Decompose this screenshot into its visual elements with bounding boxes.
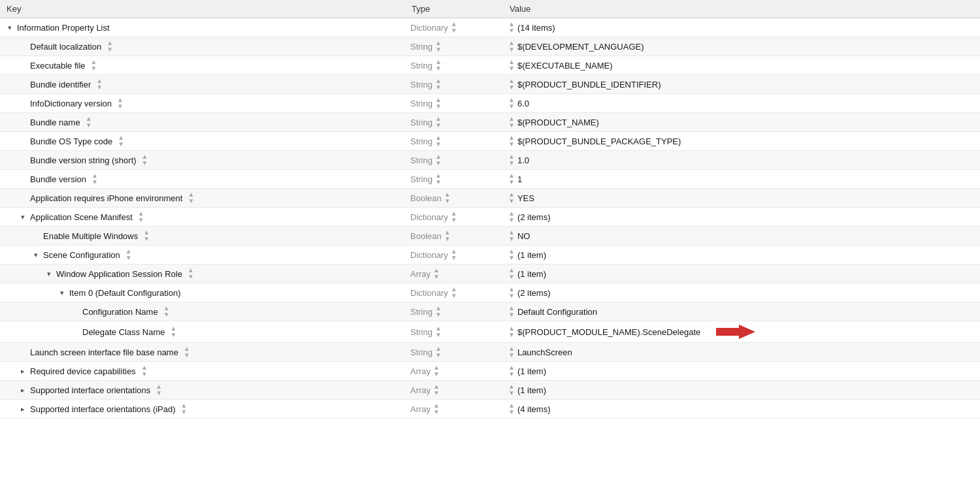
value-stepper[interactable]: ▲▼ bbox=[508, 402, 515, 415]
value-cell-bundle-version: ▲▼1 bbox=[503, 170, 980, 189]
value-stepper[interactable]: ▲▼ bbox=[508, 172, 515, 185]
type-stepper[interactable]: ▲▼ bbox=[451, 210, 457, 223]
key-cell-supported-interface-orientations: ▸Supported interface orientations▲▼ bbox=[0, 381, 405, 400]
type-stepper[interactable]: ▲▼ bbox=[444, 229, 451, 242]
toggle-icon[interactable]: ▾ bbox=[31, 251, 41, 259]
key-stepper[interactable]: ▲▼ bbox=[86, 116, 92, 129]
type-stepper[interactable]: ▲▼ bbox=[444, 191, 451, 204]
value-stepper[interactable]: ▲▼ bbox=[508, 346, 515, 359]
value-stepper[interactable]: ▲▼ bbox=[508, 286, 515, 299]
column-header-type: Type bbox=[405, 0, 503, 18]
key-stepper[interactable]: ▲▼ bbox=[96, 78, 103, 91]
toggle-icon[interactable]: ▾ bbox=[5, 24, 14, 32]
value-stepper[interactable]: ▲▼ bbox=[508, 267, 515, 280]
key-text: Launch screen interface file base name bbox=[30, 347, 178, 357]
key-cell-bundle-identifier: Bundle identifier▲▼ bbox=[0, 75, 405, 94]
key-stepper[interactable]: ▲▼ bbox=[188, 191, 194, 204]
type-text: String bbox=[410, 174, 433, 184]
value-cell-item-0-default-config: ▲▼(2 items) bbox=[503, 283, 980, 302]
value-stepper[interactable]: ▲▼ bbox=[508, 383, 515, 396]
type-stepper[interactable]: ▲▼ bbox=[433, 364, 440, 378]
toggle-icon[interactable]: ▾ bbox=[18, 213, 27, 221]
type-text: String bbox=[410, 42, 433, 52]
type-cell-bundle-version: String▲▼ bbox=[405, 170, 503, 189]
type-stepper[interactable]: ▲▼ bbox=[435, 153, 442, 167]
type-stepper[interactable]: ▲▼ bbox=[435, 78, 442, 91]
key-stepper[interactable]: ▲▼ bbox=[142, 153, 148, 167]
value-stepper[interactable]: ▲▼ bbox=[508, 40, 515, 53]
type-text: String bbox=[410, 61, 433, 71]
value-text: (1 item) bbox=[517, 250, 546, 260]
type-cell-app-requires-iphone: Boolean▲▼ bbox=[405, 189, 503, 208]
key-stepper[interactable]: ▲▼ bbox=[143, 229, 150, 242]
key-stepper[interactable]: ▲▼ bbox=[91, 59, 97, 72]
key-text: Supported interface orientations (iPad) bbox=[30, 404, 176, 414]
type-cell-scene-configuration: Dictionary▲▼ bbox=[405, 246, 503, 265]
key-stepper[interactable]: ▲▼ bbox=[91, 172, 98, 185]
table-row: Bundle identifier▲▼String▲▼▲▼$(PRODUCT_B… bbox=[0, 75, 980, 94]
value-stepper[interactable]: ▲▼ bbox=[508, 248, 515, 261]
value-stepper[interactable]: ▲▼ bbox=[508, 210, 515, 223]
type-cell-item-0-default-config: Dictionary▲▼ bbox=[405, 283, 503, 302]
value-stepper[interactable]: ▲▼ bbox=[508, 21, 515, 34]
type-stepper[interactable]: ▲▼ bbox=[435, 59, 442, 72]
key-text: Configuration Name bbox=[82, 307, 158, 317]
type-text: Dictionary bbox=[410, 23, 448, 33]
type-stepper[interactable]: ▲▼ bbox=[435, 116, 442, 129]
type-stepper[interactable]: ▲▼ bbox=[435, 97, 442, 110]
type-stepper[interactable]: ▲▼ bbox=[451, 248, 457, 261]
table-row: ▾Scene Configuration▲▼Dictionary▲▼▲▼(1 i… bbox=[0, 246, 980, 265]
type-stepper[interactable]: ▲▼ bbox=[435, 135, 442, 148]
toggle-icon[interactable]: ▾ bbox=[44, 270, 54, 278]
value-stepper[interactable]: ▲▼ bbox=[508, 153, 515, 167]
key-stepper[interactable]: ▲▼ bbox=[138, 210, 144, 223]
key-cell-configuration-name: Configuration Name▲▼ bbox=[0, 302, 405, 321]
key-stepper[interactable]: ▲▼ bbox=[106, 40, 113, 53]
key-stepper[interactable]: ▲▼ bbox=[141, 364, 148, 378]
type-stepper[interactable]: ▲▼ bbox=[435, 346, 442, 359]
key-cell-default-localization: Default localization▲▼ bbox=[0, 37, 405, 56]
key-stepper[interactable]: ▲▼ bbox=[118, 135, 124, 148]
value-stepper[interactable]: ▲▼ bbox=[508, 191, 515, 204]
table-row: Launch screen interface file base name▲▼… bbox=[0, 343, 980, 362]
type-stepper[interactable]: ▲▼ bbox=[433, 267, 440, 280]
type-stepper[interactable]: ▲▼ bbox=[435, 172, 442, 185]
key-stepper[interactable]: ▲▼ bbox=[184, 346, 190, 359]
value-stepper[interactable]: ▲▼ bbox=[508, 97, 515, 110]
key-stepper[interactable]: ▲▼ bbox=[188, 267, 194, 280]
toggle-icon[interactable]: ▸ bbox=[18, 405, 27, 413]
column-header-value: Value bbox=[503, 0, 980, 18]
type-stepper[interactable]: ▲▼ bbox=[451, 21, 457, 34]
type-stepper[interactable]: ▲▼ bbox=[433, 402, 440, 415]
key-stepper[interactable]: ▲▼ bbox=[155, 383, 162, 396]
value-stepper[interactable]: ▲▼ bbox=[508, 364, 515, 378]
value-cell-window-app-session-role: ▲▼(1 item) bbox=[503, 265, 980, 283]
table-row: Bundle OS Type code▲▼String▲▼▲▼$(PRODUCT… bbox=[0, 132, 980, 151]
key-stepper[interactable]: ▲▼ bbox=[125, 248, 132, 261]
key-stepper[interactable]: ▲▼ bbox=[181, 402, 188, 415]
key-stepper[interactable]: ▲▼ bbox=[170, 325, 176, 338]
value-cell-delegate-class-name: ▲▼$(PRODUCT_MODULE_NAME).SceneDelegate bbox=[503, 321, 980, 343]
value-stepper[interactable]: ▲▼ bbox=[508, 305, 515, 318]
type-text: String bbox=[410, 118, 433, 127]
type-stepper[interactable]: ▲▼ bbox=[435, 40, 442, 53]
value-stepper[interactable]: ▲▼ bbox=[508, 135, 515, 148]
value-stepper[interactable]: ▲▼ bbox=[508, 116, 515, 129]
type-cell-bundle-version-string: String▲▼ bbox=[405, 151, 503, 170]
type-stepper[interactable]: ▲▼ bbox=[435, 305, 442, 318]
value-stepper[interactable]: ▲▼ bbox=[508, 59, 515, 72]
type-stepper[interactable]: ▲▼ bbox=[433, 383, 440, 396]
key-stepper[interactable]: ▲▼ bbox=[117, 97, 123, 110]
key-text: Executable file bbox=[30, 61, 86, 71]
value-stepper[interactable]: ▲▼ bbox=[508, 78, 515, 91]
value-stepper[interactable]: ▲▼ bbox=[508, 229, 515, 242]
type-stepper[interactable]: ▲▼ bbox=[435, 325, 442, 338]
toggle-icon[interactable]: ▸ bbox=[18, 386, 27, 394]
key-stepper[interactable]: ▲▼ bbox=[163, 305, 170, 318]
value-stepper[interactable]: ▲▼ bbox=[508, 325, 515, 338]
type-text: String bbox=[410, 155, 433, 165]
key-text: Enable Multiple Windows bbox=[43, 231, 138, 241]
type-stepper[interactable]: ▲▼ bbox=[451, 286, 457, 299]
toggle-icon[interactable]: ▸ bbox=[18, 367, 27, 376]
toggle-icon[interactable]: ▾ bbox=[57, 289, 67, 297]
